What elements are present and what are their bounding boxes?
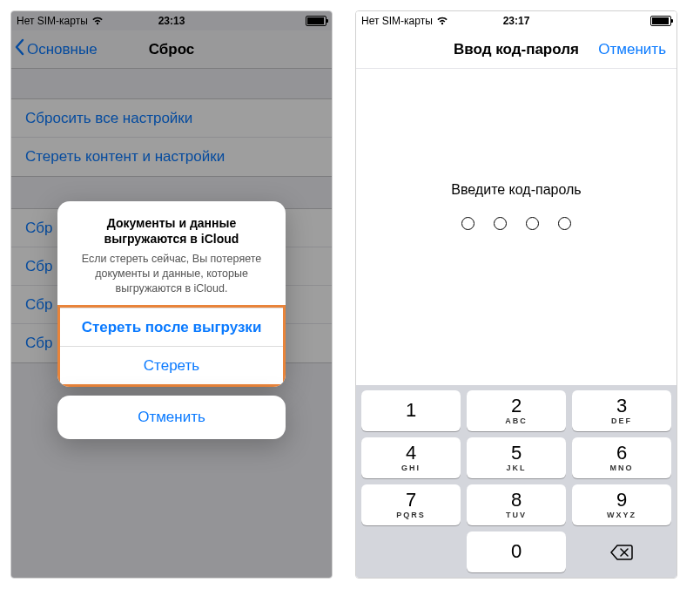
key-2[interactable]: 2ABC bbox=[467, 390, 566, 431]
key-4[interactable]: 4GHI bbox=[361, 437, 461, 478]
key-3[interactable]: 3DEF bbox=[572, 390, 671, 431]
carrier-text: Нет SIM-карты bbox=[17, 15, 88, 27]
passcode-dot bbox=[494, 217, 507, 230]
nav-bar: Ввод код-пароля Отменить bbox=[356, 30, 676, 69]
numeric-keypad: 1 2ABC 3DEF 4GHI 5JKL 6MNO 7PQRS 8TUV 9W… bbox=[356, 385, 676, 578]
status-bar: Нет SIM-карты 23:13 bbox=[11, 11, 332, 30]
erase-after-upload-button[interactable]: Стереть после выгрузки bbox=[60, 308, 283, 346]
key-7[interactable]: 7PQRS bbox=[361, 484, 461, 525]
battery-icon bbox=[306, 16, 326, 26]
status-time: 23:13 bbox=[158, 15, 185, 27]
passcode-prompt: Введите код-пароль bbox=[356, 182, 676, 198]
alert-cancel-button[interactable]: Отменить bbox=[57, 396, 286, 439]
nav-title: Ввод код-пароля bbox=[454, 41, 579, 58]
alert-message: Если стереть сейчас, Вы потеряете докуме… bbox=[70, 252, 273, 296]
cancel-button[interactable]: Отменить bbox=[598, 41, 666, 58]
key-1[interactable]: 1 bbox=[361, 390, 461, 431]
backspace-icon bbox=[609, 544, 634, 561]
key-6[interactable]: 6MNO bbox=[572, 437, 671, 478]
phone-reset-screen: Нет SIM-карты 23:13 Основные Сброс Сброс… bbox=[10, 10, 333, 579]
key-9[interactable]: 9WXYZ bbox=[572, 484, 671, 525]
wifi-icon bbox=[436, 17, 448, 25]
key-blank bbox=[361, 531, 461, 572]
wifi-icon bbox=[91, 17, 104, 25]
phone-passcode-screen: Нет SIM-карты 23:17 Ввод код-пароля Отме… bbox=[355, 10, 677, 579]
erase-now-button[interactable]: Стереть bbox=[60, 346, 283, 384]
alert-header: Документы и данные выгружаются в iCloud … bbox=[57, 201, 286, 307]
key-0[interactable]: 0 bbox=[467, 531, 566, 572]
passcode-dot bbox=[461, 217, 475, 230]
key-5[interactable]: 5JKL bbox=[467, 437, 566, 478]
passcode-dots bbox=[356, 217, 676, 230]
passcode-dot bbox=[558, 217, 571, 230]
key-8[interactable]: 8TUV bbox=[467, 484, 566, 525]
icloud-erase-alert: Документы и данные выгружаются в iCloud … bbox=[57, 201, 286, 439]
battery-icon bbox=[650, 16, 671, 26]
status-time: 23:17 bbox=[503, 15, 530, 27]
passcode-dot bbox=[526, 217, 539, 230]
key-backspace[interactable] bbox=[572, 531, 671, 572]
status-bar: Нет SIM-карты 23:17 bbox=[356, 11, 676, 30]
carrier-text: Нет SIM-карты bbox=[361, 15, 433, 27]
